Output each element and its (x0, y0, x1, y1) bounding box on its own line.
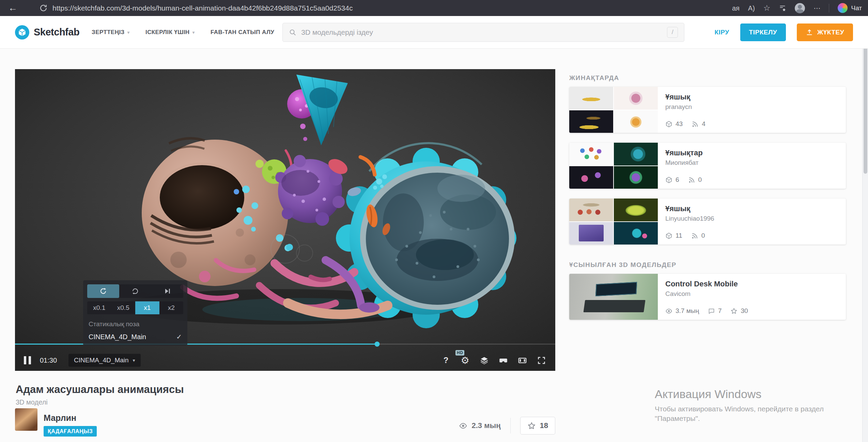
models-count: 43 (665, 120, 683, 128)
search-bar[interactable]: / (282, 23, 684, 42)
settings-button[interactable]: ⚙HD (460, 355, 470, 365)
login-link[interactable]: КІРУ (714, 29, 729, 36)
comment-icon (708, 307, 715, 315)
thumbnail (614, 87, 658, 110)
collection-card[interactable]: Ұяшық Linyuuchiao1996 11 0 (569, 199, 846, 244)
followers-count: 0 (691, 232, 705, 239)
translate-icon[interactable]: ая (732, 5, 740, 12)
animation-dropdown-label: CINEMA_4D_Main (74, 357, 129, 364)
collection-title[interactable]: Ұяшықтар (665, 148, 838, 157)
thumbnail (569, 222, 613, 245)
collection-card[interactable]: Ұяшықтар Миопиябат 6 0 (569, 143, 846, 189)
suggested-model-card[interactable]: Control Desk Mobile Cavicom 3.7 мың 7 30 (569, 274, 846, 320)
thumbnail-desk (584, 300, 646, 312)
suggested-like-count: 30 (730, 307, 748, 315)
browser-menu-icon[interactable]: ⋯ (813, 5, 820, 12)
upload-label: ЖҮКТЕУ (817, 29, 844, 36)
collection-title[interactable]: Ұяшық (665, 204, 838, 213)
fullscreen-button[interactable] (536, 355, 546, 365)
eye-icon (459, 422, 467, 430)
hd-badge: HD (455, 350, 464, 356)
animation-option[interactable]: CINEMA_4D_Main ✓ (87, 331, 183, 342)
thumbnail (569, 166, 613, 189)
browser-back-icon[interactable]: ← (8, 3, 17, 13)
eye-icon (665, 307, 672, 315)
vr-button[interactable] (498, 355, 508, 365)
collection-thumbnails[interactable] (569, 143, 658, 189)
cube-icon (665, 232, 672, 239)
sketchfab-logo[interactable]: Sketchfab (15, 25, 79, 40)
playback-time: 01:30 (40, 357, 57, 364)
like-button[interactable]: 18 (520, 417, 555, 435)
speed-x0-1-button[interactable]: x0.1 (87, 301, 111, 314)
theater-mode-button[interactable] (517, 355, 527, 365)
upload-button[interactable]: ЖҮКТЕУ (797, 23, 853, 41)
nav-explore[interactable]: ЗЕРТТЕҢІЗ▾ (92, 29, 130, 36)
suggested-model-thumbnail[interactable] (569, 274, 658, 320)
thumbnail (569, 87, 613, 110)
address-bar[interactable]: https://sketchfab.com/3d-models/human-ce… (52, 4, 725, 12)
suggested-comment-count-value: 7 (718, 307, 722, 315)
search-shortcut-badge: / (667, 27, 678, 38)
animation-settings-panel: x0.1 x0.5 x1 x2 Статикалық поза CINEMA_4… (83, 280, 187, 346)
author-avatar[interactable] (15, 408, 37, 431)
page-scrollbar[interactable] (862, 16, 868, 442)
thumbnail (614, 222, 658, 245)
loop-repeat-button[interactable] (119, 284, 151, 298)
rss-icon (692, 121, 699, 128)
layers-button[interactable] (479, 355, 489, 365)
follow-button[interactable]: ҚАДАҒАЛАҢЫЗ (44, 426, 97, 437)
browser-toolbar: ← https://sketchfab.com/3d-models/human-… (0, 0, 868, 16)
nav-buy-from-fab[interactable]: FAB-ТАН САТЫП АЛУ (211, 29, 274, 36)
pause-button[interactable] (24, 356, 31, 364)
view-count: 2.3 мың (459, 421, 500, 430)
browser-profile-avatar[interactable] (795, 3, 805, 13)
model-viewer[interactable]: x0.1 x0.5 x1 x2 Статикалық поза CINEMA_4… (15, 69, 555, 371)
favorites-star-icon[interactable]: ☆ (763, 4, 771, 12)
speed-x2-button[interactable]: x2 (159, 301, 184, 314)
rss-icon (691, 232, 698, 239)
collection-author[interactable]: Linyuuchiao1996 (665, 215, 838, 222)
brand-name: Sketchfab (34, 27, 79, 38)
check-icon: ✓ (176, 333, 182, 341)
followers-count-value: 0 (698, 176, 702, 184)
like-count-value: 18 (540, 421, 548, 430)
thumbnail (614, 166, 658, 189)
timeline-handle[interactable] (374, 342, 379, 347)
collection-author[interactable]: pranaycn (665, 103, 838, 111)
collection-author[interactable]: Миопиябат (665, 159, 838, 167)
author-section: Марлин ҚАДАҒАЛАҢЫЗ (15, 408, 97, 437)
thumbnail (569, 110, 613, 133)
browser-refresh-icon[interactable] (39, 4, 48, 12)
author-name[interactable]: Марлин (44, 413, 97, 423)
suggested-like-count-value: 30 (741, 307, 748, 315)
models-count: 11 (665, 232, 682, 239)
loop-repeat-one-button[interactable] (87, 284, 119, 298)
signup-button[interactable]: ТІРКЕЛУ (740, 23, 786, 41)
collection-stats: 43 4 (665, 120, 838, 128)
models-count-value: 6 (676, 176, 679, 184)
collection-stats: 6 0 (665, 176, 838, 184)
author-info: Марлин ҚАДАҒАЛАҢЫЗ (44, 408, 97, 437)
collection-card-body: Ұяшық Linyuuchiao1996 11 0 (658, 199, 846, 244)
chat-button[interactable]: Чат (838, 3, 862, 13)
speed-x1-button[interactable]: x1 (135, 301, 159, 314)
nav-business[interactable]: ІСКЕРЛІК ҮШІН▾ (145, 29, 195, 36)
speed-x0-5-button[interactable]: x0.5 (111, 301, 136, 314)
collection-title[interactable]: Ұяшық (665, 93, 838, 101)
star-icon (527, 422, 536, 430)
suggested-model-author[interactable]: Cavicom (665, 290, 838, 298)
collection-card-body: Ұяшықтар Миопиябат 6 0 (658, 143, 846, 189)
suggested-model-title[interactable]: Control Desk Mobile (665, 280, 838, 288)
play-once-button[interactable] (151, 284, 183, 298)
collection-card[interactable]: Ұяшық pranaycn 43 4 (569, 87, 846, 133)
animation-dropdown[interactable]: CINEMA_4D_Main▾ (68, 354, 141, 367)
collection-thumbnails[interactable] (569, 87, 658, 133)
thumbnail (614, 199, 658, 221)
read-aloud-icon[interactable]: A) (748, 5, 755, 12)
collection-thumbnails[interactable] (569, 199, 658, 244)
search-input[interactable] (301, 28, 667, 36)
followers-count: 0 (688, 176, 702, 184)
collections-icon[interactable] (779, 4, 786, 12)
help-button[interactable]: ? (441, 355, 451, 365)
